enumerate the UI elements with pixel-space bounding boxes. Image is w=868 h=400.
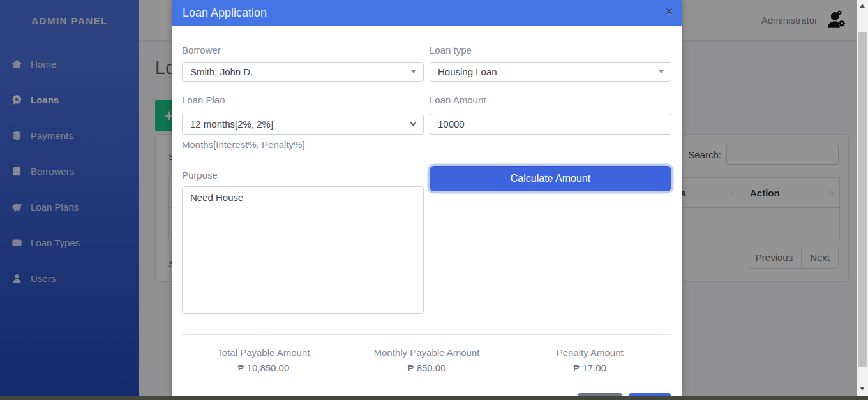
calculate-amount-button[interactable]: Calculate Amount xyxy=(430,166,671,191)
monthly-payable-value: ₱ 850.00 xyxy=(345,362,509,373)
total-payable-value: ₱ 10,850.00 xyxy=(182,362,345,373)
screen: ADMIN PANEL Home $ Loans Payments Borrow… xyxy=(0,0,868,400)
loan-type-label: Loan type xyxy=(430,45,472,56)
divider xyxy=(182,334,671,335)
loan-amount-input[interactable] xyxy=(430,114,671,135)
total-payable: Total Payable Amount ₱ 10,850.00 xyxy=(182,347,345,373)
penalty-amount-value: ₱ 17.00 xyxy=(508,362,671,373)
scrollbar[interactable] xyxy=(857,0,868,400)
chevron-down-icon xyxy=(410,120,417,126)
dropdown-arrow-icon xyxy=(659,70,664,73)
scroll-down-icon[interactable] xyxy=(860,387,865,390)
penalty-amount: Penalty Amount ₱ 17.00 xyxy=(508,347,671,373)
modal-footer-divider xyxy=(172,389,682,389)
loan-plan-label: Loan Plan xyxy=(182,94,225,105)
dropdown-arrow-icon xyxy=(411,70,416,73)
close-icon[interactable]: × xyxy=(665,4,673,19)
loan-application-modal: Loan Application × Borrower Loan type Sm… xyxy=(172,0,682,397)
modal-header: Loan Application × xyxy=(172,0,682,26)
borrower-label: Borrower xyxy=(182,45,221,56)
loan-type-select[interactable]: Housing Loan xyxy=(430,62,671,82)
window-bottom-edge xyxy=(0,396,868,400)
scrollbar-thumb[interactable] xyxy=(858,32,867,367)
purpose-label: Purpose xyxy=(182,170,218,181)
loan-plan-helper: Months[Interest%, Penalty%] xyxy=(182,139,305,150)
borrower-select[interactable]: Smith, John D. xyxy=(182,62,424,82)
loan-amount-label: Loan Amount xyxy=(430,94,486,105)
scroll-up-icon[interactable] xyxy=(860,4,865,8)
modal-title: Loan Application xyxy=(183,6,267,20)
purpose-textarea[interactable]: Need House xyxy=(182,186,424,314)
loan-plan-select[interactable]: 12 months[2%, 2%] xyxy=(182,114,424,135)
monthly-payable: Monthly Payable Amount ₱ 850.00 xyxy=(345,347,509,373)
amount-summary: Total Payable Amount ₱ 10,850.00 Monthly… xyxy=(182,347,671,373)
